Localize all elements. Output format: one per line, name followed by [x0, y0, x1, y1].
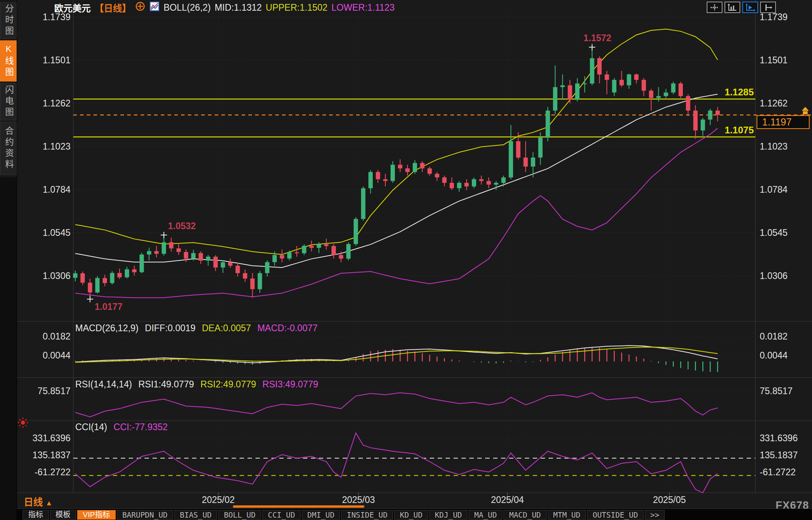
last-price-box: 1.1197 [757, 115, 810, 129]
macd-diff-value: DIFF:0.0019 [145, 323, 196, 334]
rsi-indicator-label: RSI(14,14,14) [75, 379, 132, 390]
macd-indicator-label: MACD(26,12,9) [75, 323, 139, 334]
rsi1-value: RSI1:49.0779 [138, 379, 194, 390]
candlestick-chart-canvas[interactable] [0, 0, 812, 520]
cci-line [75, 433, 718, 493]
mini-chart-icon[interactable] [149, 1, 160, 14]
cci-value: CCI:-77.9352 [114, 422, 168, 433]
boll-indicator-label: BOLL(26,2) [164, 2, 211, 13]
period-tag: 【日线】 [95, 1, 131, 14]
rsi-line [75, 393, 718, 417]
macd-pane-header: MACD(26,12,9) DIFF:0.0019 DEA:0.0057 MAC… [75, 323, 318, 334]
boll-upper-value: UPPER:1.1502 [266, 2, 328, 13]
extreme-cross-marker [87, 296, 93, 302]
tab-bias_ud[interactable]: BIAS_UD [174, 510, 217, 520]
price-extreme-annotation: 1.0177 [95, 302, 122, 312]
macd-dea-value: DEA:0.0057 [202, 323, 251, 334]
symbol-name: 欧元美元 [54, 1, 91, 14]
tab-kd_ud[interactable]: KD_UD [394, 510, 428, 520]
tab-mtm_ud[interactable]: MTM_UD [548, 510, 586, 520]
price-extreme-annotation: 1.0532 [168, 221, 196, 232]
price-extreme-annotation: 1.1572 [583, 33, 611, 44]
price-up-arrow-icon [799, 107, 812, 116]
rsi3-value: RSI3:49.0779 [263, 379, 318, 390]
tab-boll_ud[interactable]: BOLL_UD [218, 510, 261, 520]
triangle-up-icon: ▲ [46, 499, 53, 507]
tab-vip-[interactable]: VIP指标 [77, 510, 116, 520]
tab-kdj_ud[interactable]: KDJ_UD [429, 510, 468, 520]
chart-header: 欧元美元 【日线】 BOLL(26,2) MID:1.1312 UPPER:1.… [54, 2, 395, 13]
extreme-cross-marker [589, 44, 595, 50]
tab--[interactable]: 模板 [50, 510, 76, 520]
tab-outside_ud[interactable]: OUTSIDE_UD [587, 510, 643, 520]
tab-macd_ud[interactable]: MACD_UD [503, 510, 546, 520]
extreme-cross-marker [161, 232, 167, 238]
tab-ma_ud[interactable]: MA_UD [469, 510, 502, 520]
boll-lower-line [75, 128, 718, 298]
boll-lower-value: LOWER:1.1123 [332, 2, 395, 13]
tab--[interactable]: >> [645, 510, 665, 520]
alarm-dot-icon[interactable] [17, 417, 29, 428]
macd-macd-value: MACD:-0.0077 [257, 323, 318, 334]
tab-inside_ud[interactable]: INSIDE_UD [341, 510, 393, 520]
period-dropdown[interactable]: 日线 ▲ [24, 494, 53, 508]
horizontal-scrollbar-thumb[interactable] [233, 505, 364, 508]
cci-indicator-label: CCI(14) [75, 422, 107, 433]
chart-toolbar [707, 2, 776, 13]
boll-mid-value: MID:1.1312 [215, 2, 262, 13]
rsi-pane-header: RSI(14,14,14) RSI1:49.0779 RSI2:49.0779 … [75, 379, 318, 390]
rsi2-value: RSI2:49.0779 [200, 379, 256, 390]
chart-application: 分时图 K线图 闪电图 合约资料 欧元美元 【日线】 BOLL(26,2) MI… [0, 0, 812, 520]
cci-pane-header: CCI(14) CCI:-77.9352 [75, 422, 168, 433]
axis-pointer-button[interactable] [760, 2, 776, 13]
resistance-level-label: 1.1285 [691, 87, 754, 98]
tab-cci_ud[interactable]: CCI_UD [262, 510, 301, 520]
circle-plus-icon[interactable] [135, 1, 145, 14]
pan-crosshair-button[interactable] [707, 2, 722, 13]
play-axis-button[interactable] [742, 2, 758, 13]
indicator-tab-bar: 指标模板VIP指标BARUPDN_UDBIAS_UDBOLL_UDCCI_UDD… [17, 509, 812, 520]
tab--[interactable]: 指标 [23, 510, 49, 520]
tab-dmi_ud[interactable]: DMI_UD [302, 510, 340, 520]
tab-barupdn_ud[interactable]: BARUPDN_UD [117, 510, 173, 520]
bar-chart-axis-button[interactable] [724, 2, 740, 13]
support-level-label: 1.1075 [691, 125, 754, 136]
